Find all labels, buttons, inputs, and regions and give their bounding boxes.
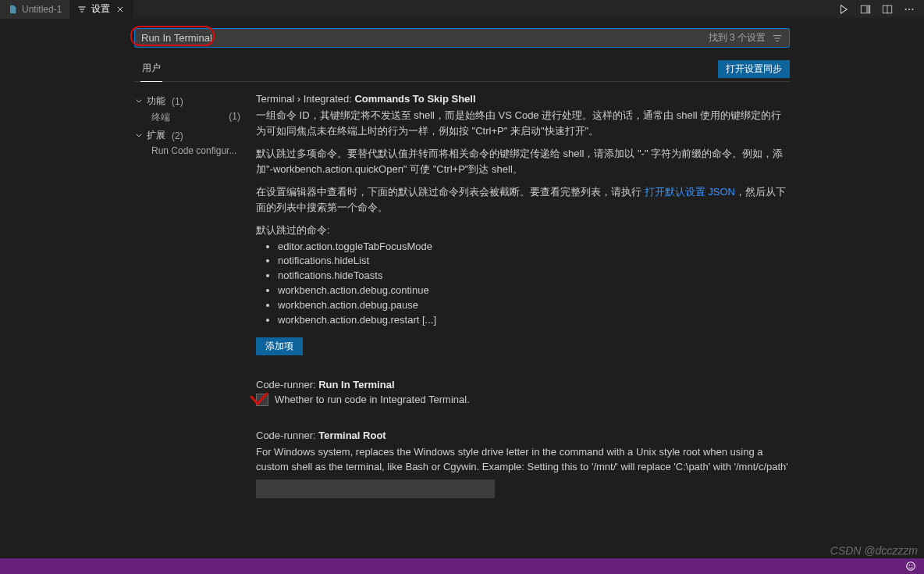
watermark-text: CSDN @dcczzzm bbox=[830, 544, 918, 557]
svg-point-4 bbox=[908, 8, 910, 9]
scope-tab-user[interactable]: 用户 bbox=[134, 57, 169, 81]
tab-settings[interactable]: 设置 bbox=[69, 0, 133, 19]
open-settings-sync-button[interactable]: 打开设置同步 bbox=[718, 60, 790, 78]
toc-item-terminal[interactable]: 终端 (1) bbox=[134, 109, 240, 126]
settings-filter-icon[interactable] bbox=[772, 33, 783, 44]
run-in-terminal-checkbox[interactable] bbox=[256, 394, 268, 406]
list-item: notifications.hideToasts bbox=[278, 269, 790, 283]
list-item: notifications.hideList bbox=[278, 254, 790, 269]
open-default-settings-json-link[interactable]: 打开默认设置 JSON bbox=[645, 186, 735, 198]
tab-label: 设置 bbox=[91, 2, 110, 16]
toc-group-label: 扩展 bbox=[147, 129, 165, 142]
toc-item-label: 终端 bbox=[151, 111, 170, 124]
settings-toc: 功能 (1) 终端 (1) 扩展 (2) Run Code configu bbox=[134, 87, 240, 522]
svg-point-3 bbox=[905, 8, 907, 9]
svg-point-7 bbox=[908, 565, 910, 566]
settings-content: Terminal › Integrated: Commands To Skip … bbox=[256, 87, 790, 522]
toc-group-count: (1) bbox=[169, 96, 183, 107]
chevron-down-icon bbox=[134, 130, 144, 141]
list-item: workbench.action.debug.continue bbox=[278, 283, 790, 298]
list-item: workbench.action.debug.restart [...] bbox=[278, 313, 790, 328]
toc-group-label: 功能 bbox=[147, 94, 165, 108]
setting-checkbox-row: Whether to run code in Integrated Termin… bbox=[256, 394, 790, 406]
status-bar bbox=[0, 558, 924, 574]
setting-description: For Windows system, replaces the Windows… bbox=[256, 444, 790, 475]
svg-point-6 bbox=[907, 562, 915, 571]
toc-item-count: (1) bbox=[226, 111, 240, 124]
settings-search-row: 找到 3 个设置 bbox=[134, 28, 790, 48]
setting-description: 一组命令 ID，其键绑定将不发送至 shell，而是始终由 VS Code 进行… bbox=[256, 108, 790, 355]
tab-untitled[interactable]: Untitled-1 bbox=[0, 0, 69, 19]
settings-search-input[interactable] bbox=[141, 32, 704, 44]
list-item: workbench.action.debug.pause bbox=[278, 298, 790, 313]
toc-item-count: (2) bbox=[236, 145, 240, 156]
toc-group-extensions[interactable]: 扩展 (2) bbox=[134, 127, 240, 144]
terminal-root-input[interactable] bbox=[256, 480, 495, 498]
add-item-button[interactable]: 添加项 bbox=[256, 337, 303, 355]
editor-actions bbox=[829, 4, 924, 15]
setting-description: Whether to run code in Integrated Termin… bbox=[275, 394, 470, 405]
svg-point-5 bbox=[912, 8, 913, 9]
svg-point-8 bbox=[912, 565, 913, 566]
setting-terminal-root: Code-runner: Terminal Root For Windows s… bbox=[256, 430, 790, 501]
setting-run-in-terminal: Code-runner: Run In Terminal Whether to … bbox=[256, 379, 790, 409]
skip-commands-list: editor.action.toggleTabFocusMode notific… bbox=[256, 240, 790, 328]
split-right-icon[interactable] bbox=[860, 4, 871, 15]
chevron-down-icon bbox=[134, 96, 144, 107]
settings-scope-row: 用户 打开设置同步 bbox=[134, 57, 790, 82]
svg-rect-1 bbox=[866, 5, 870, 12]
toc-item-run-code-config[interactable]: Run Code configur... (2) bbox=[134, 144, 240, 158]
tab-label: Untitled-1 bbox=[22, 4, 62, 15]
more-icon[interactable] bbox=[904, 4, 915, 15]
layout-icon[interactable] bbox=[882, 4, 893, 15]
toc-group-features[interactable]: 功能 (1) bbox=[134, 93, 240, 109]
file-icon bbox=[8, 5, 17, 14]
setting-commands-to-skip-shell: Terminal › Integrated: Commands To Skip … bbox=[256, 93, 790, 358]
setting-title: Code-runner: Run In Terminal bbox=[256, 379, 790, 390]
settings-editor: 找到 3 个设置 用户 打开设置同步 功能 (1) bbox=[0, 19, 924, 522]
setting-title: Code-runner: Terminal Root bbox=[256, 430, 790, 441]
search-result-count: 找到 3 个设置 bbox=[709, 31, 766, 45]
settings-filter-icon bbox=[77, 5, 87, 14]
settings-search-input-wrap[interactable]: 找到 3 个设置 bbox=[134, 28, 790, 48]
list-item: editor.action.toggleTabFocusMode bbox=[278, 240, 790, 255]
feedback-icon[interactable] bbox=[905, 561, 916, 572]
toc-group-count: (2) bbox=[169, 130, 183, 141]
run-icon[interactable] bbox=[838, 4, 849, 15]
close-icon[interactable] bbox=[115, 4, 126, 15]
editor-tabbar: Untitled-1 设置 bbox=[0, 0, 924, 19]
setting-title: Terminal › Integrated: Commands To Skip … bbox=[256, 93, 790, 105]
toc-item-label: Run Code configur... bbox=[151, 145, 236, 156]
